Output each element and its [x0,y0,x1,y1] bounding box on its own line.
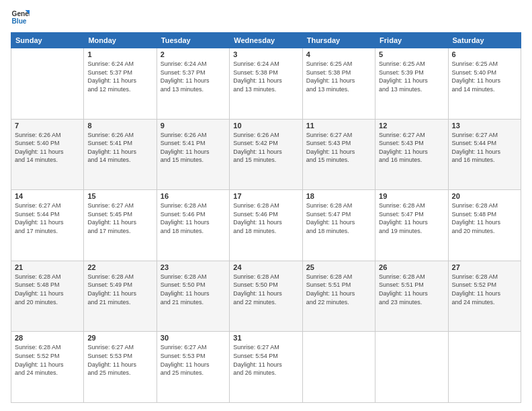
day-info: Sunrise: 6:27 AMSunset: 5:43 PMDaylight:… [306,131,371,165]
day-info: Sunrise: 6:27 AMSunset: 5:44 PMDaylight:… [15,201,80,235]
logo: General Blue [11,8,32,27]
calendar-cell: 9Sunrise: 6:26 AMSunset: 5:41 PMDaylight… [157,119,229,190]
day-number: 5 [379,50,444,58]
calendar-cell: 1Sunrise: 6:24 AMSunset: 5:37 PMDaylight… [84,48,157,120]
day-info: Sunrise: 6:27 AMSunset: 5:45 PMDaylight:… [87,201,152,235]
day-info: Sunrise: 6:27 AMSunset: 5:53 PMDaylight:… [161,343,226,377]
day-number: 9 [161,122,226,130]
calendar-cell: 15Sunrise: 6:27 AMSunset: 5:45 PMDayligh… [84,190,157,261]
day-number: 26 [379,263,444,271]
calendar-cell: 2Sunrise: 6:24 AMSunset: 5:37 PMDaylight… [157,48,229,120]
calendar-cell: 22Sunrise: 6:28 AMSunset: 5:49 PMDayligh… [84,261,157,332]
day-info: Sunrise: 6:28 AMSunset: 5:46 PMDaylight:… [161,201,226,235]
calendar-day-header: Monday [84,33,157,48]
calendar-cell: 30Sunrise: 6:27 AMSunset: 5:53 PMDayligh… [157,332,229,403]
calendar-cell: 20Sunrise: 6:28 AMSunset: 5:48 PMDayligh… [448,190,521,261]
day-number: 10 [233,122,298,130]
calendar-cell: 13Sunrise: 6:27 AMSunset: 5:44 PMDayligh… [448,119,521,190]
day-number: 11 [306,122,371,130]
day-number: 15 [87,192,152,200]
day-number: 14 [15,192,80,200]
calendar-cell [11,48,84,120]
day-info: Sunrise: 6:26 AMSunset: 5:40 PMDaylight:… [15,131,80,165]
day-info: Sunrise: 6:25 AMSunset: 5:39 PMDaylight:… [379,60,444,93]
day-number: 3 [233,50,298,58]
logo-icon: General Blue [11,8,30,27]
svg-text:Blue: Blue [12,17,27,25]
day-number: 13 [452,122,517,130]
calendar-cell: 14Sunrise: 6:27 AMSunset: 5:44 PMDayligh… [11,190,84,261]
day-number: 30 [161,334,226,342]
day-number: 21 [15,263,80,271]
calendar-day-header: Friday [375,33,448,48]
day-info: Sunrise: 6:26 AMSunset: 5:42 PMDaylight:… [233,131,298,165]
calendar-cell: 21Sunrise: 6:28 AMSunset: 5:48 PMDayligh… [11,261,84,332]
calendar-cell: 24Sunrise: 6:28 AMSunset: 5:50 PMDayligh… [230,261,302,332]
day-info: Sunrise: 6:25 AMSunset: 5:38 PMDaylight:… [306,60,371,93]
calendar-cell: 4Sunrise: 6:25 AMSunset: 5:38 PMDaylight… [302,48,375,120]
day-info: Sunrise: 6:28 AMSunset: 5:47 PMDaylight:… [379,201,444,235]
calendar-day-header: Thursday [302,33,375,48]
calendar-cell: 31Sunrise: 6:27 AMSunset: 5:54 PMDayligh… [230,332,302,403]
calendar-cell: 3Sunrise: 6:24 AMSunset: 5:38 PMDaylight… [230,48,302,120]
calendar-cell: 27Sunrise: 6:28 AMSunset: 5:52 PMDayligh… [448,261,521,332]
day-info: Sunrise: 6:28 AMSunset: 5:50 PMDaylight:… [161,273,226,306]
calendar-cell: 28Sunrise: 6:28 AMSunset: 5:52 PMDayligh… [11,332,84,403]
day-number: 7 [15,122,80,130]
day-info: Sunrise: 6:28 AMSunset: 5:52 PMDaylight:… [452,273,517,306]
day-info: Sunrise: 6:24 AMSunset: 5:38 PMDaylight:… [233,60,298,93]
calendar-cell [375,332,448,403]
calendar-day-header: Tuesday [157,33,229,48]
day-info: Sunrise: 6:24 AMSunset: 5:37 PMDaylight:… [87,60,152,93]
day-number: 2 [161,50,226,58]
day-number: 12 [379,122,444,130]
calendar-day-header: Saturday [448,33,521,48]
day-info: Sunrise: 6:27 AMSunset: 5:43 PMDaylight:… [379,131,444,165]
calendar-week-row: 21Sunrise: 6:28 AMSunset: 5:48 PMDayligh… [11,261,521,332]
day-number: 19 [379,192,444,200]
day-info: Sunrise: 6:28 AMSunset: 5:52 PMDaylight:… [15,343,80,377]
calendar-cell: 17Sunrise: 6:28 AMSunset: 5:46 PMDayligh… [230,190,302,261]
day-number: 16 [161,192,226,200]
day-number: 23 [161,263,226,271]
calendar-cell: 7Sunrise: 6:26 AMSunset: 5:40 PMDaylight… [11,119,84,190]
day-info: Sunrise: 6:27 AMSunset: 5:54 PMDaylight:… [233,343,298,377]
calendar-header-row: SundayMondayTuesdayWednesdayThursdayFrid… [11,33,521,48]
day-number: 22 [87,263,152,271]
day-number: 29 [87,334,152,342]
day-info: Sunrise: 6:28 AMSunset: 5:49 PMDaylight:… [87,273,152,306]
day-info: Sunrise: 6:26 AMSunset: 5:41 PMDaylight:… [161,131,226,165]
calendar-cell: 6Sunrise: 6:25 AMSunset: 5:40 PMDaylight… [448,48,521,120]
day-info: Sunrise: 6:28 AMSunset: 5:50 PMDaylight:… [233,273,298,306]
day-number: 28 [15,334,80,342]
calendar-cell: 29Sunrise: 6:27 AMSunset: 5:53 PMDayligh… [84,332,157,403]
day-number: 31 [233,334,298,342]
calendar-day-header: Wednesday [230,33,302,48]
calendar-week-row: 1Sunrise: 6:24 AMSunset: 5:37 PMDaylight… [11,48,521,120]
day-info: Sunrise: 6:28 AMSunset: 5:51 PMDaylight:… [379,273,444,306]
day-info: Sunrise: 6:26 AMSunset: 5:41 PMDaylight:… [87,131,152,165]
calendar-cell: 26Sunrise: 6:28 AMSunset: 5:51 PMDayligh… [375,261,448,332]
calendar-cell: 19Sunrise: 6:28 AMSunset: 5:47 PMDayligh… [375,190,448,261]
day-info: Sunrise: 6:28 AMSunset: 5:46 PMDaylight:… [233,201,298,235]
day-number: 24 [233,263,298,271]
day-number: 1 [87,50,152,58]
day-info: Sunrise: 6:28 AMSunset: 5:47 PMDaylight:… [306,201,371,235]
calendar-cell: 8Sunrise: 6:26 AMSunset: 5:41 PMDaylight… [84,119,157,190]
day-info: Sunrise: 6:27 AMSunset: 5:44 PMDaylight:… [452,131,517,165]
header: General Blue [11,8,521,27]
day-info: Sunrise: 6:28 AMSunset: 5:48 PMDaylight:… [452,201,517,235]
calendar-week-row: 14Sunrise: 6:27 AMSunset: 5:44 PMDayligh… [11,190,521,261]
day-info: Sunrise: 6:28 AMSunset: 5:51 PMDaylight:… [306,273,371,306]
calendar-week-row: 28Sunrise: 6:28 AMSunset: 5:52 PMDayligh… [11,332,521,403]
calendar-cell: 10Sunrise: 6:26 AMSunset: 5:42 PMDayligh… [230,119,302,190]
day-number: 20 [452,192,517,200]
day-number: 8 [87,122,152,130]
calendar-cell: 16Sunrise: 6:28 AMSunset: 5:46 PMDayligh… [157,190,229,261]
day-number: 4 [306,50,371,58]
day-number: 18 [306,192,371,200]
day-info: Sunrise: 6:27 AMSunset: 5:53 PMDaylight:… [87,343,152,377]
calendar-week-row: 7Sunrise: 6:26 AMSunset: 5:40 PMDaylight… [11,119,521,190]
day-info: Sunrise: 6:25 AMSunset: 5:40 PMDaylight:… [452,60,517,93]
day-info: Sunrise: 6:28 AMSunset: 5:48 PMDaylight:… [15,273,80,306]
